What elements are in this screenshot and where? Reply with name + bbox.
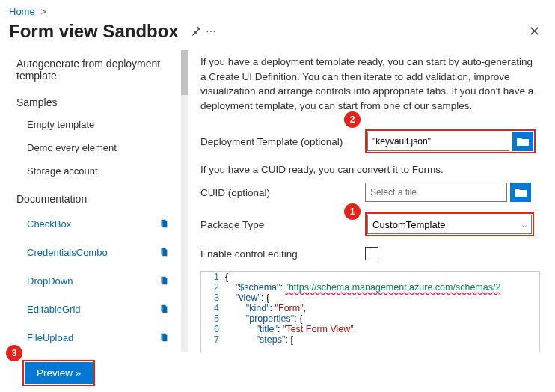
sidebar-item-demo-every-element[interactable]: Demo every element	[9, 136, 177, 159]
row-package-type: Package Type 1 CustomTemplate ⌵	[200, 212, 540, 236]
preview-button[interactable]: Preview »	[25, 362, 93, 384]
browse-file-button[interactable]	[510, 183, 531, 202]
sidebar-item-dropdown[interactable]: DropDown	[9, 266, 177, 295]
sidebar-item-autogenerate[interactable]: Autogenerate from deployment template	[9, 50, 177, 86]
scrollbar-thumb[interactable]	[181, 50, 188, 95]
sidebar-item-infobox[interactable]: InfoBox	[9, 352, 177, 352]
breadcrumb: Home >	[0, 0, 555, 19]
page-header: Form view Sandbox ⋯ ✕	[0, 19, 555, 50]
sidebar-item-fileupload[interactable]: FileUpload	[9, 323, 177, 352]
deployment-template-input[interactable]	[367, 132, 509, 151]
chevron-down-icon: ⌵	[522, 221, 527, 229]
sidebar-section-documentation: Documentation	[9, 183, 177, 209]
sidebar-item-credentialscombo[interactable]: CredentialsCombo	[9, 238, 177, 266]
copy-icon[interactable]	[156, 329, 172, 346]
callout-2: 2	[344, 111, 361, 128]
sidebar-item-empty-template[interactable]: Empty template	[9, 113, 177, 136]
cuid-input[interactable]	[365, 183, 507, 202]
copy-icon[interactable]	[156, 301, 172, 317]
chevron-right-icon: >	[40, 6, 46, 17]
enable-control-editing-label: Enable control editing	[200, 248, 365, 260]
copy-icon[interactable]	[156, 215, 172, 232]
row-enable-editing: Enable control editing	[200, 247, 540, 260]
cuid-label: CUID (optional)	[200, 187, 365, 198]
code-editor[interactable]: 1{ 2 "$schema": "https://schema.manageme…	[200, 271, 540, 352]
row-cuid: CUID (optional)	[200, 183, 540, 202]
sidebar-scrollbar[interactable]	[181, 50, 188, 352]
package-type-select[interactable]: CustomTemplate ⌵	[367, 215, 532, 234]
intro-text: If you have a deployment template ready,…	[200, 50, 540, 123]
more-icon[interactable]: ⋯	[206, 25, 216, 37]
sidebar-item-checkbox[interactable]: CheckBox	[9, 209, 177, 238]
package-type-label: Package Type	[200, 219, 365, 230]
sidebar-item-editablegrid[interactable]: EditableGrid	[9, 295, 177, 323]
browse-file-button[interactable]	[512, 132, 533, 151]
copy-icon[interactable]	[156, 272, 172, 289]
package-type-value: CustomTemplate	[372, 219, 446, 230]
breadcrumb-home[interactable]: Home	[9, 6, 35, 17]
page-title: Form view Sandbox	[9, 21, 179, 42]
row-deployment-template: Deployment Template (optional) 2	[200, 129, 540, 153]
cuid-description: If you have a CUID ready, you can conver…	[200, 164, 540, 175]
sidebar: Autogenerate from deployment template Sa…	[9, 50, 180, 352]
copy-icon[interactable]	[156, 244, 172, 260]
deployment-template-label: Deployment Template (optional)	[200, 136, 365, 147]
enable-control-editing-checkbox[interactable]	[365, 247, 378, 260]
close-icon[interactable]: ✕	[523, 20, 546, 43]
sidebar-item-storage-account[interactable]: Storage account	[9, 159, 177, 183]
sidebar-section-samples: Samples	[9, 86, 177, 113]
main-panel: If you have a deployment template ready,…	[193, 50, 555, 352]
callout-1: 1	[344, 203, 361, 220]
pin-icon[interactable]	[191, 25, 201, 38]
callout-3: 3	[6, 345, 22, 361]
